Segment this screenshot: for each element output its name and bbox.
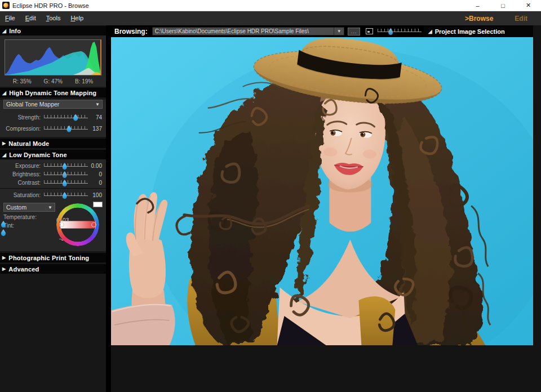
strength-slider-row: Strength: 74 [0, 112, 106, 123]
red-percent: R: 35% [13, 78, 32, 84]
folder-path-value: C:\Users\Kabino\Documents\Eclipse HDR PR… [153, 28, 334, 34]
slider-thumb[interactable] [62, 171, 67, 178]
project-panel-title: Project Image Selection [435, 28, 505, 35]
collapse-triangle-icon: ◢ [2, 152, 6, 158]
browsing-label: Browsing: [114, 28, 148, 35]
wb-preset-select[interactable]: Custom ▼ [3, 203, 55, 212]
strength-value: 74 [90, 114, 105, 121]
white-balance-panel: Custom ▼ Temperature: 6503 Tint: -3 [0, 201, 106, 249]
collapse-triangle-icon: ◢ [428, 29, 432, 34]
contrast-value: 0 [90, 180, 105, 186]
contrast-label: Contrast: [0, 180, 41, 186]
fit-to-window-icon[interactable] [366, 28, 373, 34]
browse-mode-tab[interactable]: >Browse [465, 15, 493, 23]
window-title: Eclipse HDR PRO - Browse [12, 2, 89, 9]
contrast-slider-row: Contrast: 0 [0, 179, 106, 187]
strength-label: Strength: [0, 114, 41, 121]
slider-thumb[interactable] [66, 126, 72, 132]
main-area: Browsing: C:\Users\Kabino\Documents\Ecli… [111, 25, 533, 37]
collapse-triangle-icon: ◢ [2, 90, 6, 96]
compression-label: Compression: [0, 126, 41, 132]
chevron-down-icon: ▼ [95, 102, 100, 107]
ldt-panel: Exposure: 0.00 Brightness: 0 Contrast: 0… [0, 159, 106, 251]
section-title: High Dynamic Tone Mapping [9, 90, 96, 96]
mode-switch: >Browse Edit [465, 15, 541, 23]
compression-value: 137 [90, 126, 105, 132]
contrast-slider[interactable] [44, 179, 88, 186]
section-header-advanced[interactable]: ▶ Advanced [0, 264, 106, 274]
saturation-value: 100 [90, 192, 105, 198]
expand-triangle-icon: ▶ [2, 255, 6, 260]
exposure-label: Exposure: [0, 163, 41, 169]
tone-mapper-select[interactable]: Global Tone Mapper ▼ [3, 100, 103, 109]
exposure-slider[interactable] [44, 162, 88, 170]
portrait-photo [111, 37, 533, 345]
project-image-selection-header[interactable]: ◢ Project Image Selection [424, 25, 533, 37]
wb-preset-value: Custom [6, 204, 26, 211]
green-percent: G: 47% [44, 78, 63, 84]
slider-thumb[interactable] [73, 114, 78, 121]
slider-thumb[interactable] [62, 163, 67, 170]
slider-thumb[interactable] [1, 229, 6, 236]
title-bar: Eclipse HDR PRO - Browse – □ ✕ [0, 0, 541, 11]
saturation-slider-row: Saturation: 100 [0, 190, 106, 201]
menu-tools[interactable]: Tools [41, 11, 66, 25]
browse-folder-button[interactable]: ... [348, 28, 360, 35]
slider-thumb[interactable] [388, 28, 393, 35]
menu-file[interactable]: File [0, 11, 20, 25]
section-title: Natural Mode [8, 140, 49, 147]
expand-triangle-icon: ▶ [2, 141, 6, 146]
compression-slider[interactable] [44, 125, 88, 132]
chevron-down-icon[interactable]: ▼ [334, 28, 344, 35]
rgb-percentages: R: 35% G: 47% B: 19% [0, 75, 106, 87]
brightness-slider[interactable] [44, 171, 88, 178]
chevron-down-icon: ▼ [48, 205, 52, 210]
section-title: Photographic Print Toning [8, 255, 89, 261]
section-header-low-dynamic-tone[interactable]: ◢ Low Dynamic Tone [0, 150, 106, 159]
collapse-triangle-icon: ◢ [2, 28, 6, 34]
maximize-button[interactable]: □ [490, 0, 516, 11]
saturation-slider[interactable] [44, 191, 88, 199]
expand-triangle-icon: ▶ [2, 266, 6, 271]
menu-bar: File Edit Tools Help >Browse Edit [0, 11, 541, 25]
section-header-info[interactable]: ◢ Info [0, 26, 106, 35]
app-logo-icon [2, 2, 10, 9]
brightness-label: Brightness: [0, 171, 41, 177]
slider-thumb[interactable] [62, 192, 67, 199]
brightness-slider-row: Brightness: 0 [0, 170, 106, 179]
section-title: Low Dynamic Tone [9, 152, 67, 158]
photo-preview[interactable] [111, 37, 533, 345]
strength-slider[interactable] [44, 114, 88, 121]
section-header-hdr-tone-mapping[interactable]: ◢ High Dynamic Tone Mapping [0, 88, 106, 97]
thumbnail-zoom-slider[interactable] [378, 28, 422, 35]
divider [0, 188, 106, 189]
blue-percent: B: 19% [75, 78, 93, 84]
exposure-value: 0.00 [90, 163, 105, 169]
panel-gutter [106, 25, 111, 392]
slider-thumb[interactable] [62, 180, 67, 186]
color-wheel[interactable] [56, 203, 99, 246]
section-header-print-toning[interactable]: ▶ Photographic Print Toning [0, 253, 106, 262]
menu-edit[interactable]: Edit [20, 11, 41, 25]
edit-mode-tab[interactable]: Edit [515, 15, 527, 23]
minimize-button[interactable]: – [465, 0, 490, 11]
saturation-label: Saturation: [0, 192, 41, 198]
menu-help[interactable]: Help [65, 11, 88, 25]
rgb-histogram [5, 39, 101, 75]
folder-path-combobox[interactable]: C:\Users\Kabino\Documents\Eclipse HDR PR… [152, 27, 345, 35]
saturation-bar[interactable] [60, 221, 96, 229]
hdr-panel: Global Tone Mapper ▼ Strength: 74 Compre… [0, 100, 106, 137]
window-controls: – □ ✕ [465, 0, 541, 11]
section-title: Info [9, 28, 21, 34]
tone-mapper-value: Global Tone Mapper [6, 101, 59, 108]
brightness-value: 0 [90, 171, 105, 177]
white-point-swatch[interactable] [93, 202, 103, 207]
browse-toolbar: Browsing: C:\Users\Kabino\Documents\Ecli… [111, 25, 533, 37]
histogram-svg [5, 40, 100, 75]
left-panel: ◢ Info R: 35% G: 47% B: 19% ◢ High Dynam… [0, 26, 106, 392]
section-header-natural-mode[interactable]: ▶ Natural Mode [0, 139, 106, 148]
close-button[interactable]: ✕ [516, 0, 541, 11]
slider-thumb[interactable] [1, 221, 6, 228]
info-panel: R: 35% G: 47% B: 19% [0, 35, 106, 87]
compression-slider-row: Compression: 137 [0, 123, 106, 134]
